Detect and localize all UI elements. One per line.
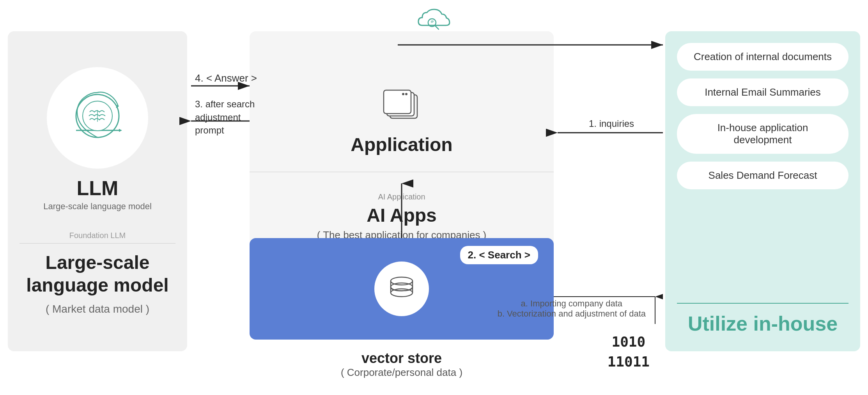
import-labels: a. Importing company data b. Vectorizati… [498,299,646,319]
vector-title-block: vector store ( Corporate/personal data ) [341,350,462,379]
use-case-4: Sales Demand Forecast [677,162,849,189]
svg-point-11 [402,93,404,95]
vector-panel: 2. < Search > vector store ( Corporate/p… [250,238,554,340]
use-case-1: Creation of internal documents [677,43,849,71]
svg-marker-3 [119,129,122,132]
ai-apps-title: AI Apps [367,205,437,226]
svg-text:1. inquiries: 1. inquiries [589,118,634,129]
app-icon [378,87,425,128]
llm-circle [47,67,148,169]
llm-subtitle: Large-scale language model [43,201,152,212]
llm-title: LLM [77,176,119,200]
binary-line1: 1010 [608,332,650,352]
right-panel: Creation of internal documents Internal … [665,31,860,351]
vector-title-main: vector store [341,350,462,367]
rag-icon [366,4,502,35]
llm-brain-svg [66,87,129,149]
app-title: Application [351,134,452,155]
vector-title-sub: ( Corporate/personal data ) [341,367,462,379]
db-icon [386,273,417,304]
foundation-label: Foundation LLM [19,231,175,244]
use-case-3: In-house application development [677,114,849,154]
svg-point-10 [405,93,407,95]
llm-market: ( Market data model ) [46,303,149,315]
answer-label: 4. < Answer > [195,72,257,84]
binary-section: 1010 11011 [608,332,650,372]
diagram-container: RAG Retrieval Augmented Generation [0,0,868,395]
use-case-2: Internal Email Summaries [677,78,849,106]
llm-panel: LLM Large-scale language model Foundatio… [8,31,187,351]
llm-big-title: Large-scale language model [19,251,175,296]
prompt-label: 3. after search adjustment prompt [195,98,255,137]
search-label: 2. < Search > [460,246,538,264]
ai-app-label: AI Application [378,192,425,201]
db-icon-circle [374,262,429,316]
utilize-title: Utilize in-house [677,311,849,336]
binary-line2: 11011 [608,352,650,372]
